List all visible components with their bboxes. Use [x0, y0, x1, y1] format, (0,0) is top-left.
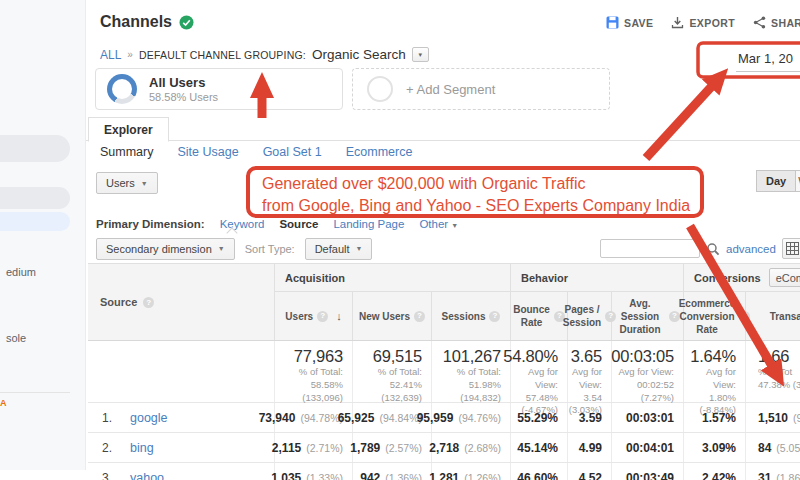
help-icon[interactable]: ?	[143, 297, 154, 308]
conversions-type-value: eCommerce	[776, 272, 800, 284]
data-table: Source ? Acquisition Behavior Conversion…	[88, 263, 800, 480]
subtab-goal-set-1[interactable]: Goal Set 1	[263, 145, 322, 159]
dimension-keyword[interactable]: Keyword	[220, 218, 265, 230]
total-users: 77,963	[294, 347, 343, 366]
total-ecommerce-conversion-rate: 1.64%	[690, 347, 736, 366]
left-sidebar: edium sole A	[0, 0, 86, 470]
table-row-yahoo: 3.yahoo 1,035(1.33%) 942(1.36%) 1,281(1.…	[88, 463, 800, 480]
metric-selector-button[interactable]: Users ▼	[96, 172, 158, 194]
granularity-week-button[interactable]: W	[796, 170, 800, 192]
dimension-source[interactable]: Source	[279, 218, 318, 230]
advanced-search-link[interactable]: advanced	[726, 243, 776, 255]
column-header-source[interactable]: Source	[100, 296, 137, 308]
main-content: Channels SAVE EXPORT	[86, 0, 800, 480]
sidebar-attribution-badge: A	[0, 398, 7, 408]
page-title: Channels	[100, 13, 172, 31]
total-bounce-rate: 54.80%	[503, 347, 558, 366]
tab-explorer[interactable]: Explorer	[88, 117, 169, 142]
table-row-bing: 2.bing 2,115(2.71%) 1,789(2.57%) 2,718(2…	[88, 433, 800, 463]
sidebar-item-pill-1[interactable]	[0, 135, 70, 162]
table-search-input[interactable]	[600, 239, 700, 258]
source-link-bing[interactable]: bing	[130, 441, 154, 455]
export-label: EXPORT	[689, 17, 735, 29]
tab-bar	[86, 117, 800, 141]
total-avg-session-duration: 00:03:05	[611, 347, 674, 366]
table-row-google: 1.google 73,940(94.78%) 65,925(94.84%) 9…	[88, 403, 800, 433]
column-header-pages-session[interactable]: Pages / Session?	[568, 292, 612, 340]
subtab-ecommerce[interactable]: Ecommerce	[346, 145, 413, 159]
granularity-day-button[interactable]: Day	[756, 170, 796, 192]
primary-dimension-label: Primary Dimension:	[96, 218, 205, 230]
sidebar-divider	[0, 392, 70, 393]
share-label: SHARE	[771, 17, 800, 29]
sidebar-item-source-medium[interactable]: edium	[6, 266, 36, 278]
column-header-sessions[interactable]: Sessions?	[432, 292, 511, 340]
column-header-bounce-rate[interactable]: Bounce Rate?	[511, 292, 568, 340]
group-behavior-label: Behavior	[521, 272, 568, 284]
breadcrumb-group-label: DEFAULT CHANNEL GROUPING:	[139, 49, 306, 61]
segment-subtitle: 58.58% Users	[149, 91, 218, 103]
add-segment-label: + Add Segment	[406, 82, 495, 97]
source-link-yahoo[interactable]: yahoo	[130, 471, 164, 480]
column-header-ecommerce-conversion-rate[interactable]: Ecommerce Conversion Rate?	[684, 292, 746, 340]
sidebar-item-search-console[interactable]: sole	[6, 332, 26, 344]
table-header: Source ? Acquisition Behavior Conversion…	[88, 263, 800, 341]
export-button[interactable]: EXPORT	[671, 16, 735, 29]
share-button[interactable]: SHARE	[753, 16, 800, 29]
analytics-channels-page: edium sole A Channels SAVE	[0, 0, 800, 480]
chevron-down-icon: ▼	[218, 245, 225, 252]
group-acquisition-label: Acquisition	[285, 272, 345, 284]
export-download-icon	[671, 16, 684, 29]
column-header-users[interactable]: Users? ↓	[275, 292, 353, 340]
table-view-button[interactable]	[782, 238, 800, 259]
segment-all-users-card[interactable]: All Users 58.58% Users	[95, 68, 343, 110]
breadcrumb-group-value[interactable]: Organic Search	[312, 47, 406, 62]
help-icon[interactable]: ?	[489, 311, 500, 322]
date-range-value: Mar 1, 20	[736, 48, 800, 72]
total-new-users: 69,515	[373, 347, 422, 366]
chevron-down-icon: ▼	[356, 245, 363, 252]
segment-title: All Users	[149, 75, 218, 91]
total-transactions: 1,66	[758, 347, 789, 366]
dimension-landing-page[interactable]: Landing Page	[333, 218, 404, 230]
group-conversions-label: Conversions	[694, 272, 761, 284]
subtab-summary[interactable]: Summary	[100, 145, 153, 159]
totals-row: 77,963% of Total: 58.58% (133,096) 69,51…	[88, 341, 800, 403]
total-pages-session: 3.65	[571, 347, 602, 366]
column-header-avg-session-duration[interactable]: Avg. Session Duration?	[612, 292, 684, 340]
sort-type-value: Default	[315, 243, 350, 255]
share-icon	[753, 16, 766, 29]
save-button[interactable]: SAVE	[606, 16, 653, 29]
search-icon[interactable]	[706, 242, 720, 256]
dimension-other[interactable]: Other ▼	[419, 218, 458, 230]
total-sessions: 101,267	[443, 347, 501, 366]
group-header-conversions: Conversions eCommerce ▼	[684, 264, 800, 291]
breadcrumb-separator: »	[127, 49, 133, 60]
annotation-callout: Generated over $200,000 with Organic Tra…	[246, 166, 704, 218]
subtab-site-usage[interactable]: Site Usage	[177, 145, 238, 159]
column-header-new-users[interactable]: New Users?	[353, 292, 432, 340]
source-link-google[interactable]: google	[130, 411, 168, 425]
help-icon[interactable]: ?	[317, 311, 328, 322]
sidebar-item-pill-2[interactable]	[0, 187, 70, 209]
annotation-line-2: from Google, Bing and Yahoo - SEO Expert…	[262, 195, 688, 217]
verified-check-icon	[179, 15, 194, 30]
help-icon[interactable]: ?	[414, 311, 425, 322]
add-segment-card[interactable]: + Add Segment	[352, 68, 610, 110]
save-label: SAVE	[624, 17, 653, 29]
sort-type-button[interactable]: Default ▼	[305, 238, 373, 260]
breadcrumb: ALL » DEFAULT CHANNEL GROUPING: Organic …	[100, 47, 429, 62]
column-header-transactions[interactable]: Transactions?	[746, 292, 800, 340]
sort-descending-icon: ↓	[336, 309, 342, 323]
secondary-dimension-button[interactable]: Secondary dimension ▼	[96, 238, 235, 260]
secondary-dimension-label: Secondary dimension	[106, 243, 212, 255]
metric-selector-label: Users	[106, 177, 135, 189]
breadcrumb-all-link[interactable]: ALL	[100, 48, 121, 62]
grid-view-icon	[786, 242, 799, 255]
sidebar-item-pill-active[interactable]	[0, 212, 70, 231]
conversions-type-dropdown[interactable]: eCommerce ▼	[769, 268, 800, 287]
save-floppy-icon	[606, 16, 619, 29]
date-range-selector[interactable]: Mar 1, 20	[712, 48, 800, 72]
channel-grouping-dropdown-button[interactable]: ▾	[412, 47, 429, 62]
group-header-acquisition: Acquisition	[275, 264, 511, 291]
